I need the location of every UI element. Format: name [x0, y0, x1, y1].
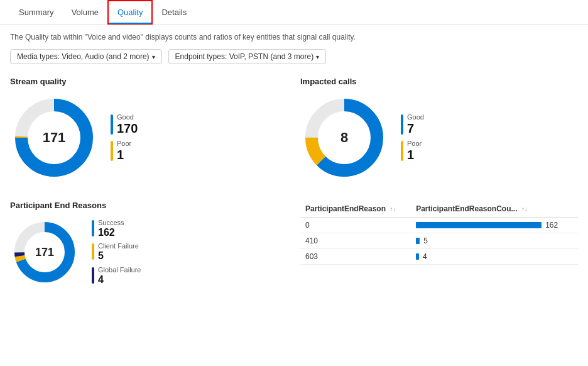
bar-visual: [416, 238, 420, 244]
table-row: 603 4: [300, 249, 578, 265]
bar-cell: 5: [416, 236, 573, 245]
per-legend-global-failure: Global Failure 4: [92, 266, 141, 286]
filter-media-types[interactable]: Media types: Video, Audio (and 2 more) ▾: [10, 49, 162, 64]
impacted-calls-legend: Good 7 Poor 1: [401, 113, 424, 162]
per-value-global-failure: 4: [98, 274, 141, 286]
impacted-calls-title: Impacted calls: [300, 77, 578, 86]
impacted-legend-poor: Poor 1: [401, 140, 424, 162]
participant-end-reasons-table: ParticipantEndReason ↑↓ ParticipantEndRe…: [300, 201, 578, 265]
legend-value-good: 170: [117, 121, 138, 136]
participant-end-reasons-donut: 171: [10, 218, 79, 287]
chevron-down-icon: ▾: [316, 53, 319, 60]
tab-details[interactable]: Details: [153, 0, 195, 25]
legend-bar-good: [111, 114, 113, 135]
impacted-legend-good: Good 7: [401, 113, 424, 136]
tab-summary[interactable]: Summary: [10, 0, 63, 25]
stream-quality-chart-inner: 171 Good 170 Poor 1: [10, 94, 288, 182]
tabs-bar: Summary Volume Quality Details: [0, 0, 588, 25]
participant-end-reasons-legend: Success 162 Client Failure 5: [92, 219, 141, 286]
stream-quality-donut: 171: [10, 94, 98, 182]
impacted-value-poor: 1: [407, 147, 422, 162]
legend-item-poor: Poor 1: [111, 140, 138, 162]
sort-icon-reason: ↑↓: [389, 206, 396, 213]
per-label-success: Success: [98, 219, 124, 226]
stream-quality-section: Stream quality 171: [10, 77, 288, 182]
bottom-row: Participant End Reasons 171: [10, 201, 578, 287]
table-header-reason[interactable]: ParticipantEndReason ↑↓: [300, 201, 411, 218]
bar-label: 4: [423, 252, 427, 261]
table-row: 410 5: [300, 233, 578, 249]
participant-end-reasons-chart-inner: 171 Success 162 Client Failure: [10, 218, 288, 287]
participant-end-reasons-title: Participant End Reasons: [10, 201, 288, 210]
table-cell-count: 162: [411, 218, 578, 233]
stream-quality-title: Stream quality: [10, 77, 288, 86]
legend-value-poor: 1: [117, 147, 131, 162]
chevron-down-icon: ▾: [152, 53, 155, 60]
impacted-calls-donut: 8: [300, 94, 388, 182]
bar-label: 162: [545, 221, 558, 230]
impacted-label-good: Good: [407, 113, 424, 121]
table-cell-count: 4: [411, 249, 578, 265]
per-legend-bar-global-failure: [92, 267, 94, 284]
impacted-calls-chart-inner: 8 Good 7 Poor 1: [300, 94, 578, 182]
bar-label: 5: [423, 236, 428, 245]
participant-end-reasons-table-section: ParticipantEndReason ↑↓ ParticipantEndRe…: [300, 201, 578, 287]
bar-visual: [416, 253, 419, 260]
legend-item-good: Good 170: [111, 113, 138, 136]
bar-visual: [416, 222, 542, 228]
table-cell-reason: 410: [300, 233, 411, 249]
impacted-calls-section: Impacted calls 8 G: [300, 77, 578, 182]
table-cell-count: 5: [411, 233, 578, 249]
bar-cell: 162: [416, 221, 573, 230]
tab-quality[interactable]: Quality: [107, 0, 153, 25]
bar-cell: 4: [416, 252, 573, 261]
impacted-value-good: 7: [407, 121, 424, 136]
participant-end-reasons-center-label: 171: [35, 246, 54, 259]
per-label-global-failure: Global Failure: [98, 266, 141, 274]
table-header-count[interactable]: ParticipantEndReasonCou... ↑↓: [411, 201, 578, 218]
impacted-calls-center-label: 8: [340, 130, 348, 146]
per-legend-bar-success: [92, 220, 94, 236]
stream-quality-legend: Good 170 Poor 1: [111, 113, 138, 162]
legend-label-poor: Poor: [117, 140, 131, 147]
description-text: The Quality tab within "Voice and video"…: [10, 33, 578, 42]
per-legend-success: Success 162: [92, 219, 141, 238]
impacted-legend-bar-poor: [401, 141, 403, 161]
impacted-legend-bar-good: [401, 114, 403, 135]
legend-label-good: Good: [117, 113, 138, 121]
legend-bar-poor: [111, 141, 113, 161]
per-legend-bar-client-failure: [92, 243, 94, 260]
table-cell-reason: 603: [300, 249, 411, 265]
tab-volume[interactable]: Volume: [63, 0, 107, 25]
filter-endpoint-types[interactable]: Endpoint types: VoIP, PSTN (and 3 more) …: [168, 49, 327, 64]
table-cell-reason: 0: [300, 218, 411, 233]
impacted-label-poor: Poor: [407, 140, 422, 147]
per-label-client-failure: Client Failure: [98, 242, 139, 250]
participant-end-reasons-section: Participant End Reasons 171: [10, 201, 288, 287]
stream-quality-center-label: 171: [43, 130, 66, 146]
per-value-client-failure: 5: [98, 250, 139, 262]
per-value-success: 162: [98, 226, 124, 238]
table-row: 0 162: [300, 218, 578, 233]
filters-bar: Media types: Video, Audio (and 2 more) ▾…: [10, 49, 578, 64]
per-legend-client-failure: Client Failure 5: [92, 242, 141, 262]
top-charts-row: Stream quality 171: [10, 77, 578, 182]
sort-icon-count: ↑↓: [521, 206, 528, 213]
